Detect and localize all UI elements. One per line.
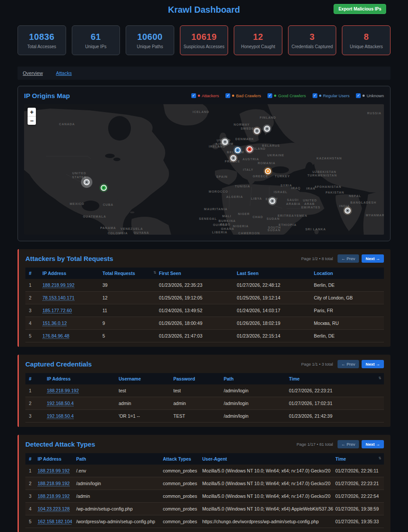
column-header: User-Agent (202, 453, 335, 465)
tab-overview[interactable]: Overview (23, 70, 43, 76)
legend-checkbox[interactable]: ✓ (225, 93, 230, 98)
stat-label: Credentials Captured (292, 44, 333, 49)
table-cell: City of London, GB (314, 292, 384, 304)
prev-page-button[interactable]: ← Prev (338, 440, 359, 448)
map-marker[interactable] (253, 127, 261, 135)
ip-address-link[interactable]: 192.168.50.4 (47, 413, 74, 419)
ip-address-link[interactable]: 185.177.72.60 (42, 308, 72, 313)
country-label: MYANMAR (366, 214, 384, 217)
export-malicious-ips-button[interactable]: Export Malicious IPs (334, 4, 386, 14)
row-index-cell: 3 (29, 410, 47, 422)
ip-address-link[interactable]: 188.218.99.192 (38, 481, 70, 486)
column-header-label: # (29, 271, 32, 276)
ip-address-link[interactable]: 162.158.182.104 (38, 519, 72, 524)
stat-label: Unique IPs (85, 44, 106, 49)
sort-icon[interactable]: ⇅ (378, 456, 381, 460)
table-cell: Berlin, DE (314, 279, 384, 291)
table-cell: admin (173, 397, 224, 409)
stat-value: 10619 (191, 32, 217, 42)
column-header[interactable]: Total Requests⇅ (102, 268, 159, 279)
table-cell: /admin/login (224, 384, 289, 397)
sort-icon[interactable]: ⇅ (153, 271, 156, 275)
country-label: ICELAND (193, 110, 209, 113)
country-label: EMIRATES (301, 206, 320, 209)
column-header[interactable]: Time⇅ (335, 453, 384, 465)
table-row: 3188.218.99.192/admincommon_probesMozill… (25, 490, 384, 503)
legend-checkbox[interactable]: ✓ (267, 93, 272, 98)
table-cell: test (119, 384, 173, 397)
table-cell: Mozilla/5.0 (Windows NT 10.0; Win64; x64… (202, 465, 335, 477)
table-cell: 01/27/2026, 22:22:54 (335, 490, 384, 502)
country-label: NIGERIA (233, 225, 249, 228)
ip-address-link[interactable]: 192.168.50.4 (47, 401, 74, 406)
table-cell: 01/23/2026, 21:42:39 (289, 410, 384, 422)
row-index-cell: 1 (29, 465, 38, 477)
country-label: SPAIN (216, 175, 228, 178)
zoom-in-button[interactable]: + (28, 108, 36, 116)
table-header-row: #IP AddressPathAttack TypesUser-AgentTim… (25, 453, 384, 465)
table-row: 1188.218.99.192testtest/admin/login01/27… (25, 384, 384, 397)
map-marker[interactable] (343, 206, 352, 215)
map-marker[interactable] (268, 197, 277, 205)
ip-address-link[interactable]: 104.23.223.128 (38, 506, 70, 511)
map-marker[interactable] (221, 137, 229, 146)
world-map[interactable]: CANADAUNITEDSTATESMEXICOCUBAGUATEMALAPAN… (24, 104, 384, 235)
ip-address-link[interactable]: 188.218.99.192 (38, 468, 70, 473)
stat-card: 10619Suspicious Accesses (180, 25, 229, 55)
table-row: 1188.218.99.1923901/23/2026, 22:35:2301/… (25, 279, 384, 292)
next-page-button[interactable]: Next → (362, 440, 384, 448)
legend-label: Regular Users (323, 93, 350, 98)
legend-checkbox[interactable]: ✓ (191, 93, 196, 98)
ip-address-link[interactable]: 188.218.99.192 (47, 388, 79, 393)
map-marker[interactable] (264, 167, 272, 176)
ip-address-link[interactable]: 78.153.140.171 (42, 295, 74, 300)
country-label: SUDAN (267, 229, 281, 232)
country-label: AFGHANISTAN (314, 185, 341, 188)
tab-attacks[interactable]: Attacks (56, 70, 72, 76)
next-page-button[interactable]: Next → (362, 254, 384, 263)
table-row: 1188.218.99.192/.envcommon_probesMozilla… (25, 465, 384, 477)
map-marker[interactable] (233, 146, 242, 155)
map-marker[interactable] (81, 176, 92, 188)
table-cell: Mozilla/5.0 (Windows NT 10.0; Win64; x64… (202, 477, 335, 490)
attack-types-table: #IP AddressPathAttack TypesUser-AgentTim… (25, 453, 384, 528)
table-cell: 176.84.96.48 (42, 330, 102, 342)
legend-checkbox[interactable]: ✓ (356, 93, 361, 98)
ip-address-link[interactable]: 188.218.99.192 (42, 282, 74, 288)
country-label: IRAQ (291, 187, 301, 190)
table-cell: 01/27/2026, 17:02:31 (289, 397, 384, 409)
country-label: GUYANA (134, 231, 149, 234)
column-header: Path (224, 373, 289, 384)
stat-card: 10836Total Accesses (18, 25, 66, 55)
prev-page-button[interactable]: ← Prev (338, 254, 359, 263)
map-title: IP Origins Map (24, 92, 70, 99)
map-marker[interactable] (245, 145, 254, 154)
map-marker[interactable] (229, 154, 238, 162)
table-cell: 9 (102, 317, 159, 329)
ip-address-link[interactable]: 188.218.99.192 (38, 493, 70, 499)
table-cell: https://chungo.dev/wordpress/wp-admin/se… (202, 515, 335, 528)
stat-card: 12Honeypot Caught (234, 25, 282, 55)
country-label: NIGER (238, 212, 250, 215)
stat-value: 10836 (29, 32, 54, 42)
ip-address-link[interactable]: 151.36.0.12 (42, 321, 67, 326)
row-index-cell: 4 (29, 503, 38, 515)
prev-page-button[interactable]: ← Prev (338, 360, 359, 368)
column-header: Username (119, 373, 173, 384)
column-header[interactable]: Time⇅ (289, 373, 384, 384)
ip-address-link[interactable]: 176.84.96.48 (42, 333, 69, 338)
table-cell: /admin (76, 490, 163, 502)
country-label: NEPAL (349, 194, 361, 197)
next-page-button[interactable]: Next → (362, 360, 384, 368)
country-label: UNITED (72, 172, 86, 175)
section-title: Attackers by Total Requests (25, 255, 113, 262)
column-header: # (29, 453, 38, 465)
stat-label: Unique Attackers (350, 44, 383, 49)
map-marker[interactable] (99, 183, 108, 192)
table-cell: 01/27/2026, 22:48:12 (237, 279, 314, 291)
zoom-out-button[interactable]: − (28, 116, 36, 125)
map-marker[interactable] (263, 124, 271, 133)
table-row: 3192.168.50.4'OR 1=1 --TEST/admin/login0… (25, 410, 384, 423)
legend-checkbox[interactable]: ✓ (313, 93, 317, 98)
sort-icon[interactable]: ⇅ (378, 376, 381, 380)
